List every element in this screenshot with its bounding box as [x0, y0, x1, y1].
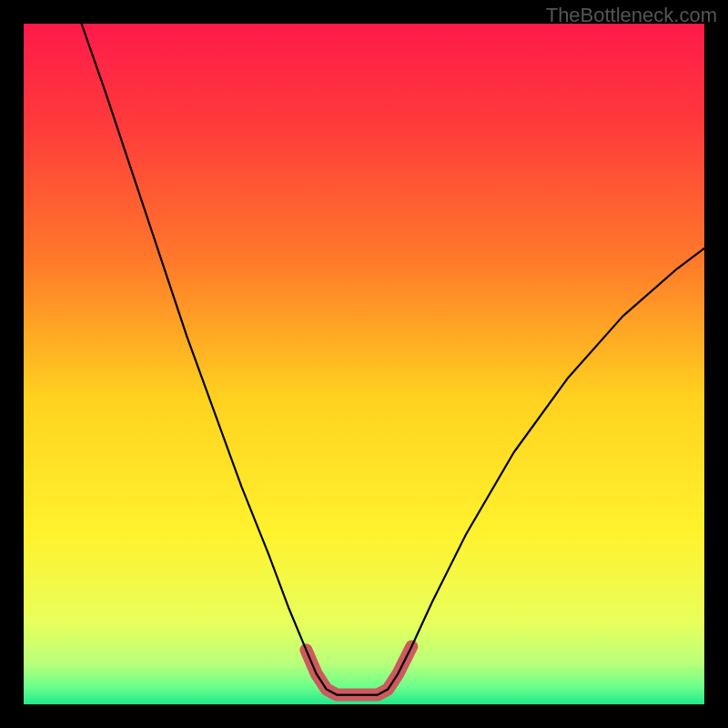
chart-svg [0, 0, 728, 728]
plot-background [24, 24, 704, 704]
watermark-text: TheBottleneck.com [546, 4, 717, 27]
bottleneck-chart [0, 0, 728, 728]
